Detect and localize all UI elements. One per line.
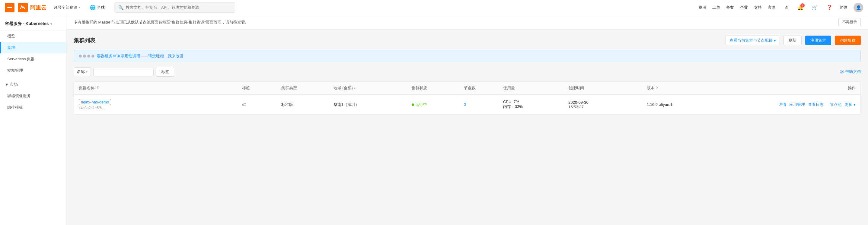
survey-link[interactable]: 容器服务ACK易用性调研——请您吐槽，我来改进 — [97, 53, 184, 59]
sidebar-item-auth[interactable]: 授权管理 — [0, 65, 66, 76]
nav-link-icp[interactable]: 备案 — [726, 5, 734, 10]
cluster-id: c4a3b2d1e5f6... — [79, 106, 242, 110]
notice-text: 专有版集群的 Master 节点现已从默认节点池页面转移至"集群信息-集群资源"… — [74, 20, 249, 25]
sidebar-item-image-label: 容器镜像服务 — [7, 94, 31, 98]
language-toggle[interactable]: 简体 — [840, 5, 847, 10]
notification-badge: 1 — [800, 3, 805, 7]
page-actions: 查看当前集群与节点配额 ▾ 刷新 注册集群 创建集群 — [725, 36, 861, 45]
col-header-region[interactable]: 地域 (全部) ▾ — [334, 85, 412, 91]
cluster-status-cell: 运行中 — [412, 102, 464, 107]
nav-link-official[interactable]: 官网 — [768, 5, 776, 10]
sidebar-market-section[interactable]: ▼ 市场 — [0, 79, 66, 90]
nav-link-support[interactable]: 支持 — [754, 5, 762, 10]
survey-dot-4 — [91, 55, 94, 58]
tag-filter-button[interactable]: 标签 — [156, 67, 174, 76]
col-header-status: 集群状态 — [412, 85, 464, 91]
sidebar-item-cluster[interactable]: 集群 — [0, 42, 66, 53]
cluster-region-cell: 华南1（深圳） — [334, 102, 412, 107]
created-date: 2020-09-30 — [568, 100, 647, 105]
dismiss-button[interactable]: 不再显示 — [838, 18, 861, 26]
logo-text: 阿里云 — [30, 4, 46, 11]
avatar[interactable]: 👤 — [854, 3, 863, 12]
memory-usage: 内存：33% — [503, 104, 568, 109]
search-input[interactable] — [126, 5, 231, 10]
page-title: 集群列表 — [74, 37, 95, 44]
col-header-tag: 标签 — [242, 85, 281, 91]
market-arrow-icon: ▼ — [5, 82, 9, 87]
created-time: 15:53:37 — [568, 105, 647, 109]
nav-link-fees[interactable]: 费用 — [699, 5, 706, 10]
status-running: 运行中 — [412, 102, 464, 107]
tag-icon[interactable]: 🏷 — [242, 102, 246, 107]
survey-dot-2 — [83, 55, 86, 58]
sidebar-item-serverless-label: Serverless 集群 — [7, 57, 35, 61]
action-more-chevron-icon: ▾ — [854, 102, 856, 107]
menu-toggle-button[interactable] — [5, 3, 14, 12]
col-header-version-label: 版本 — [647, 85, 655, 91]
account-menu[interactable]: 账号全部资源 ▾ — [54, 5, 80, 10]
cluster-actions-cell: 详情 应用管理 查看日志 节点池 更多 ▾ — [725, 102, 856, 107]
action-more-link[interactable]: 更多 ▾ — [844, 102, 856, 107]
search-icon: 🔍 — [118, 5, 123, 10]
cluster-type-cell: 标准版 — [281, 102, 334, 107]
cart-icon: 🛒 — [812, 4, 818, 10]
account-chevron-icon: ▾ — [79, 6, 80, 9]
col-header-region-label: 地域 (全部) — [334, 85, 353, 91]
question-circle-icon: ❓ — [826, 4, 832, 10]
sidebar-market-label: 市场 — [10, 82, 18, 87]
table-header: 集群名称/ID 标签 集群类型 地域 (全部) ▾ 集群状态 节点数 使用量 创… — [74, 82, 861, 95]
sidebar-service-header[interactable]: 容器服务 - Kubernetes ▾ — [0, 18, 66, 30]
filter-bar: 名称 ▾ 标签 ⓪ 帮助文档 — [74, 67, 861, 76]
logo-area[interactable]: 阿里云 — [18, 3, 46, 12]
nav-link-enterprise[interactable]: 企业 — [740, 5, 748, 10]
help-doc-link[interactable]: ⓪ 帮助文档 — [840, 69, 861, 74]
content-area: 集群列表 查看当前集群与节点配额 ▾ 刷新 注册集群 创建集群 — [66, 30, 868, 121]
create-cluster-button[interactable]: 创建集群 — [835, 36, 861, 45]
version-label: 1.16.9-aliyun.1 — [647, 102, 673, 107]
sidebar-item-template-label: 编排模板 — [7, 105, 23, 109]
version-help-icon[interactable]: ? — [656, 86, 658, 90]
sidebar-item-serverless[interactable]: Serverless 集群 — [0, 53, 66, 65]
help-icon-button[interactable]: ❓ — [825, 3, 834, 12]
cluster-version-cell: 1.16.9-aliyun.1 — [647, 102, 725, 107]
col-header-usage: 使用量 — [503, 85, 568, 91]
col-header-created: 创建时间 — [568, 85, 647, 91]
nav-right: 费用 工单 备案 企业 支持 官网 🖥 🔔 1 🛒 ❓ 简体 👤 — [699, 3, 863, 12]
cluster-name-link[interactable]: nginx-nas-demo — [79, 99, 111, 105]
register-cluster-button[interactable]: 注册集群 — [805, 36, 831, 45]
name-filter-label: 名称 — [77, 69, 85, 74]
name-filter-input[interactable] — [93, 68, 154, 76]
global-menu[interactable]: 🌐 全球 — [90, 4, 105, 10]
main-layout: 容器服务 - Kubernetes ▾ 概览 集群 Serverless 集群 … — [0, 15, 868, 225]
action-nodepool-link[interactable]: 节点池 — [830, 102, 841, 107]
nav-link-ticket[interactable]: 工单 — [712, 5, 720, 10]
bell-icon-button[interactable]: 🔔 1 — [796, 3, 805, 12]
col-header-nodes: 节点数 — [464, 85, 503, 91]
avatar-placeholder: 👤 — [856, 5, 861, 10]
col-header-actions: 操作 — [725, 85, 856, 91]
nodes-count-link[interactable]: 3 — [464, 102, 466, 107]
name-filter-select[interactable]: 名称 ▾ — [74, 67, 91, 76]
sidebar-item-overview[interactable]: 概览 — [0, 30, 66, 42]
action-view-log-link[interactable]: 查看日志 — [808, 102, 824, 107]
sidebar-item-template[interactable]: 编排模板 — [0, 102, 66, 113]
sidebar-item-auth-label: 授权管理 — [7, 68, 23, 73]
screen-icon-button[interactable]: 🖥 — [782, 3, 790, 12]
notice-bar: 专有版集群的 Master 节点现已从默认节点池页面转移至"集群信息-集群资源"… — [66, 15, 868, 30]
sidebar-item-overview-label: 概览 — [7, 34, 15, 38]
action-app-manage-link[interactable]: 应用管理 — [789, 102, 805, 107]
refresh-button[interactable]: 刷新 — [783, 36, 802, 45]
view-quota-chevron-icon: ▾ — [774, 38, 776, 43]
search-bar[interactable]: 🔍 — [114, 2, 235, 13]
account-label: 账号全部资源 — [54, 5, 77, 10]
name-filter-chevron-icon: ▾ — [86, 70, 88, 73]
sidebar-item-image[interactable]: 容器镜像服务 — [0, 90, 66, 102]
survey-banner[interactable]: 容器服务ACK易用性调研——请您吐槽，我来改进 — [74, 50, 861, 62]
cart-icon-button[interactable]: 🛒 — [811, 3, 819, 12]
action-detail-link[interactable]: 详情 — [778, 102, 786, 107]
status-label: 运行中 — [415, 102, 427, 107]
view-quota-button[interactable]: 查看当前集群与节点配额 ▾ — [725, 36, 780, 45]
col-header-version[interactable]: 版本 ? — [647, 85, 725, 91]
action-more-label: 更多 — [844, 102, 852, 107]
col-header-name: 集群名称/ID — [79, 85, 242, 91]
